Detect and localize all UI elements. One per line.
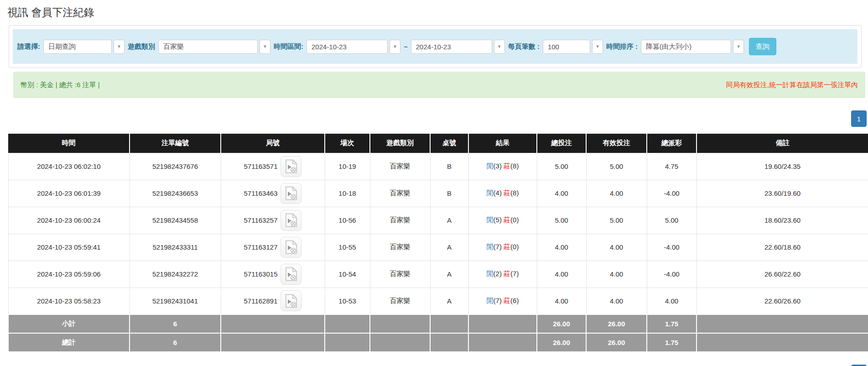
cell-round-id: 571163257 <box>221 207 325 234</box>
cell-game-type: 百家樂 <box>370 207 430 234</box>
cell-time: 2024-10-23 06:01:39 <box>8 180 130 207</box>
cell-session: 10-19 <box>325 153 370 180</box>
header-table-code: 桌號 <box>430 134 468 153</box>
chevron-down-icon[interactable]: ▼ <box>733 40 744 54</box>
cell-remark: 22.60/26.60 <box>696 288 868 314</box>
cell-total-bet[interactable]: 4.00 <box>537 288 586 314</box>
cell-total-bet[interactable]: 4.00 <box>537 261 586 288</box>
cell-remark: 18.60/23.60 <box>696 207 868 234</box>
cell-payout: 4.75 <box>647 153 696 180</box>
cell-time: 2024-10-23 06:00:24 <box>8 207 130 234</box>
subtotal-valid-bet: 26.00 <box>586 314 647 333</box>
player-result-num: (3) <box>494 162 502 170</box>
player-result-label: 閒 <box>487 270 494 277</box>
cell-session: 10-18 <box>325 180 370 207</box>
cell-bet-id: 521982437676 <box>130 153 221 180</box>
pagination-top: 1 <box>0 110 867 127</box>
cell-round-id: 571163463 <box>221 180 325 207</box>
cell-time: 2024-10-23 06:02:10 <box>8 153 130 180</box>
round-id-text: 571163463 <box>244 189 278 197</box>
chevron-down-icon[interactable]: ▼ <box>390 40 400 54</box>
cell-session: 10-53 <box>325 288 370 314</box>
cell-valid-bet: 4.00 <box>586 234 647 261</box>
video-replay-button[interactable] <box>281 210 301 231</box>
filter-panel: 請選擇: 日期查詢 ▼ 遊戲類別 百家樂 ▼ 時間區間: 2024-10-23 … <box>9 25 862 68</box>
page-title: 視訊 會員下注紀錄 <box>7 5 868 20</box>
per-page-label: 每頁筆數 : <box>508 42 540 51</box>
cell-total-bet[interactable]: 4.00 <box>537 234 586 261</box>
search-button[interactable]: 查詢 <box>749 38 776 55</box>
banker-result-num: (0) <box>510 243 519 251</box>
video-replay-button[interactable] <box>281 290 301 311</box>
subtotal-row: 小計 6 26.00 26.00 1.75 <box>8 314 868 333</box>
date-to-input[interactable]: 2024-10-23 <box>411 40 492 54</box>
video-replay-button[interactable] <box>281 237 301 258</box>
banker-result-num: (7) <box>510 270 519 277</box>
cell-game-type: 百家樂 <box>370 261 430 288</box>
cell-bet-id: 521982432272 <box>130 261 221 288</box>
table-row: 2024-10-23 06:00:24 521982434558 5711632… <box>8 207 868 234</box>
banker-result-num: (8) <box>510 162 519 170</box>
chevron-down-icon[interactable]: ▼ <box>494 40 505 54</box>
query-type-select[interactable]: 日期查詢 <box>43 40 112 54</box>
header-game-type: 遊戲類別 <box>370 134 430 153</box>
round-id-text: 571163257 <box>244 216 278 224</box>
chevron-down-icon[interactable]: ▼ <box>592 40 603 54</box>
banker-result-label: 莊 <box>504 270 510 277</box>
sort-combo: 降冪(由大到小) ▼ <box>641 40 744 54</box>
player-result-num: (2) <box>494 270 502 277</box>
sort-select[interactable]: 降冪(由大到小) <box>641 40 731 54</box>
cell-payout: 4.00 <box>647 288 696 314</box>
banker-result-label: 莊 <box>504 162 510 170</box>
game-type-select[interactable]: 百家樂 <box>158 40 258 54</box>
cell-game-type: 百家樂 <box>370 153 430 180</box>
player-result-num: (5) <box>494 216 502 224</box>
per-page-select[interactable]: 100 <box>543 40 590 54</box>
cell-valid-bet: 5.00 <box>586 153 647 180</box>
player-result-num: (4) <box>494 189 502 197</box>
cell-session: 10-56 <box>325 207 370 234</box>
cell-payout: -4.00 <box>647 234 696 261</box>
cell-total-bet[interactable]: 5.00 <box>537 153 586 180</box>
cell-round-id: 571163571 <box>221 153 325 180</box>
video-replay-button[interactable] <box>281 183 301 204</box>
video-replay-button[interactable] <box>281 156 301 177</box>
total-label: 總計 <box>8 333 130 352</box>
table-row: 2024-10-23 05:59:41 521982433311 5711631… <box>8 234 868 261</box>
video-file-icon <box>285 267 297 281</box>
video-file-icon <box>285 159 297 173</box>
player-result-label: 閒 <box>487 216 494 224</box>
cell-bet-id: 521982433311 <box>130 234 221 261</box>
total-count: 6 <box>130 333 221 352</box>
cell-total-bet[interactable]: 5.00 <box>537 207 586 234</box>
cell-session: 10-55 <box>325 234 370 261</box>
date-from-input[interactable]: 2024-10-23 <box>307 40 388 54</box>
cell-table-code: B <box>430 180 468 207</box>
player-result-label: 閒 <box>487 243 494 251</box>
cell-result: 閒(3) 莊(8) <box>468 153 537 180</box>
header-valid-bet: 有效投注 <box>586 134 647 153</box>
chevron-down-icon[interactable]: ▼ <box>114 40 125 54</box>
banker-result-label: 莊 <box>504 216 510 224</box>
round-id-text: 571163015 <box>244 270 278 278</box>
banker-result-num: (0) <box>510 216 519 224</box>
player-result-label: 閒 <box>487 297 494 304</box>
round-id-text: 571163571 <box>244 162 278 170</box>
video-file-icon <box>285 240 297 254</box>
bet-records-table: 時間 注單編號 局號 場次 遊戲類別 桌號 結果 總投注 有效投注 總派彩 備註… <box>8 134 868 352</box>
video-replay-button[interactable] <box>281 264 301 285</box>
cell-time: 2024-10-23 05:59:41 <box>8 234 130 261</box>
subtotal-payout: 1.75 <box>647 314 696 333</box>
cell-payout: -4.00 <box>647 180 696 207</box>
header-payout: 總派彩 <box>647 134 696 153</box>
date-to-combo: 2024-10-23 ▼ <box>411 40 505 54</box>
page-1-button[interactable]: 1 <box>851 110 867 127</box>
cell-remark: 23.60/19.60 <box>696 180 868 207</box>
cell-total-bet[interactable]: 4.00 <box>537 180 586 207</box>
cell-table-code: B <box>430 153 468 180</box>
valid-bet-notice: 同局有效投注,統一計算在該局第一張注單內 <box>726 81 858 89</box>
date-range-tilde: ~ <box>404 43 408 51</box>
chevron-down-icon[interactable]: ▼ <box>260 40 270 54</box>
table-row: 2024-10-23 06:02:10 521982437676 5711635… <box>8 153 868 180</box>
cell-result: 閒(7) 莊(0) <box>468 234 537 261</box>
